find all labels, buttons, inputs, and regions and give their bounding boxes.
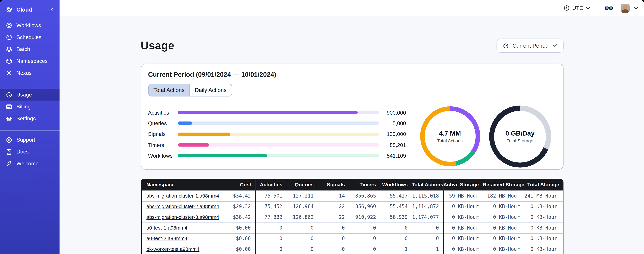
- namespace-link[interactable]: a0-test-1.a98mm4: [146, 225, 188, 231]
- sidebar-item-nexus[interactable]: Nexus: [0, 67, 60, 79]
- table-cell: 0 KB-Hour: [524, 244, 563, 254]
- table-cell: 0: [412, 222, 443, 233]
- column-header-active-storage: Active Storage: [443, 178, 483, 190]
- bar-label: Queries: [148, 120, 178, 126]
- donut-value: 4.7 MM: [439, 130, 461, 137]
- table-row: a0-test-2.a98mm4$0.000000000 KB-Hour0 KB…: [142, 233, 563, 244]
- table-cell: $0.00: [224, 222, 255, 233]
- period-dropdown-button[interactable]: Current Period: [496, 38, 563, 52]
- table-cell: 55,454: [380, 201, 412, 212]
- table-header-row: Namespace Cost Activities Queries Signal…: [142, 178, 563, 190]
- table-cell: 126,862: [286, 212, 318, 222]
- billing-card-icon: [6, 103, 12, 110]
- column-header-total-storage: Total Storage: [524, 178, 563, 190]
- table-cell: 0 KB-Hour: [524, 222, 563, 233]
- period-dropdown-label: Current Period: [512, 42, 548, 49]
- bar-row-timers: Timers 85,201: [148, 140, 406, 150]
- sidebar-app-label: Cloud: [16, 6, 46, 13]
- sidebar-item-label: Namespaces: [16, 58, 48, 64]
- table-cell: 0: [380, 222, 412, 233]
- chevron-down-icon: [552, 44, 557, 47]
- sidebar-nav-footer: Support Docs: [0, 134, 60, 170]
- namespace-cell: a0-test-2.a98mm4: [142, 233, 224, 244]
- table-cell: 1,174,077: [412, 212, 443, 222]
- sidebar-nav-account: Usage Billing: [0, 89, 60, 124]
- column-header-activities: Activities: [255, 178, 286, 190]
- table-cell: 1,115,018: [412, 190, 443, 201]
- table-cell: 1: [380, 244, 412, 254]
- table-cell: 0 KB-Hour: [483, 222, 524, 233]
- current-period-card: Current Period (09/01/2024 — 10/01/2024)…: [141, 64, 563, 170]
- table-cell: 59 MB-Hour: [443, 190, 483, 201]
- namespace-link[interactable]: a0-test-2.a98mm4: [146, 236, 188, 241]
- table-cell: 75,452: [255, 201, 286, 212]
- bar-fill: [178, 122, 192, 125]
- namespaces-cube-icon: [6, 58, 12, 64]
- table-cell: 0: [286, 222, 318, 233]
- sidebar-item-billing[interactable]: Billing: [0, 100, 60, 112]
- table-cell: 0: [286, 244, 318, 254]
- column-header-namespace: Namespace: [142, 178, 224, 190]
- account-menu-chevron-icon[interactable]: [633, 6, 638, 10]
- docs-book-icon: [6, 148, 12, 155]
- sidebar-item-schedules[interactable]: Schedules: [0, 31, 60, 43]
- tab-total-actions[interactable]: Total Actions: [148, 84, 190, 96]
- timezone-selector[interactable]: UTC: [564, 5, 590, 11]
- sidebar-item-settings[interactable]: Settings: [0, 112, 60, 124]
- total-actions-donut: 4.7 MM Total Actions: [420, 106, 480, 166]
- namespace-cell: abs-migration-cluster-3.a98mm4: [142, 212, 224, 222]
- total-storage-donut: 0 GB/Day Total Storage: [489, 106, 551, 168]
- stopwatch-icon: [502, 42, 509, 49]
- table-cell: 0 KB-Hour: [443, 222, 483, 233]
- bar-fill: [178, 132, 230, 136]
- sidebar-item-usage[interactable]: Usage: [0, 89, 60, 100]
- namespace-link[interactable]: abs-migration-cluster-1.a98mm4: [146, 193, 219, 198]
- bar-value: 85,201: [379, 142, 406, 148]
- schedules-icon: [6, 34, 12, 40]
- labs-glasses-button[interactable]: [605, 5, 613, 11]
- bar-fill: [178, 111, 358, 114]
- bar-fill: [178, 143, 209, 146]
- table-cell: 0 KB-Hour: [483, 201, 524, 212]
- sidebar-item-label: Usage: [16, 92, 32, 98]
- table-cell: 910,922: [349, 212, 380, 222]
- sidebar-item-welcome[interactable]: Welcome: [0, 158, 60, 170]
- sidebar-item-namespaces[interactable]: Namespaces: [0, 55, 60, 67]
- temporal-logo-icon: [6, 6, 13, 13]
- bar-track: [178, 154, 379, 158]
- sidebar-nav-main: Workflows Schedules Batch: [0, 19, 60, 79]
- action-bars-chart: Activities 900,000 Queries 5,000 Signals: [148, 106, 406, 161]
- bar-value: 541,109: [379, 153, 406, 159]
- bar-label: Activities: [148, 110, 178, 116]
- sidebar-item-batch[interactable]: Batch: [0, 43, 60, 55]
- topbar: UTC: [60, 0, 644, 16]
- sidebar-item-docs[interactable]: Docs: [0, 146, 60, 158]
- user-avatar[interactable]: [620, 4, 630, 12]
- sidebar-item-support[interactable]: Support: [0, 134, 60, 146]
- sidebar-item-label: Settings: [16, 116, 36, 122]
- tab-daily-actions[interactable]: Daily Actions: [190, 84, 232, 96]
- column-header-workflows: Workflows: [380, 178, 412, 190]
- welcome-rocket-icon: [6, 160, 12, 167]
- table-cell: 0: [255, 233, 286, 244]
- chevron-down-icon: [586, 6, 590, 10]
- table-cell: 0: [286, 233, 318, 244]
- table-cell: 0 KB-Hour: [524, 201, 563, 212]
- bar-label: Workflows: [148, 153, 178, 159]
- table-cell: 22: [318, 212, 349, 222]
- bar-value: 130,000: [379, 131, 406, 137]
- namespace-link[interactable]: abs-migration-cluster-3.a98mm4: [146, 214, 219, 220]
- bar-track: [178, 143, 379, 146]
- table-cell: 0 KB-Hour: [483, 244, 524, 254]
- namespace-link[interactable]: bk-worker-test.a98mm4: [146, 246, 200, 252]
- namespace-cell: abs-migration-cluster-2.a98mm4: [142, 201, 224, 212]
- sidebar-item-label: Workflows: [16, 22, 41, 28]
- collapse-sidebar-button[interactable]: [50, 7, 54, 12]
- sidebar-item-label: Schedules: [16, 34, 42, 40]
- table-cell: 127,211: [286, 190, 318, 201]
- table-cell: $0.00: [224, 244, 255, 254]
- sidebar-item-workflows[interactable]: Workflows: [0, 19, 60, 31]
- table-row: abs-migration-cluster-2.a98mm4$29.3275,4…: [142, 201, 563, 212]
- bar-row-workflows: Workflows 541,109: [148, 150, 406, 161]
- namespace-link[interactable]: abs-migration-cluster-2.a98mm4: [146, 204, 219, 209]
